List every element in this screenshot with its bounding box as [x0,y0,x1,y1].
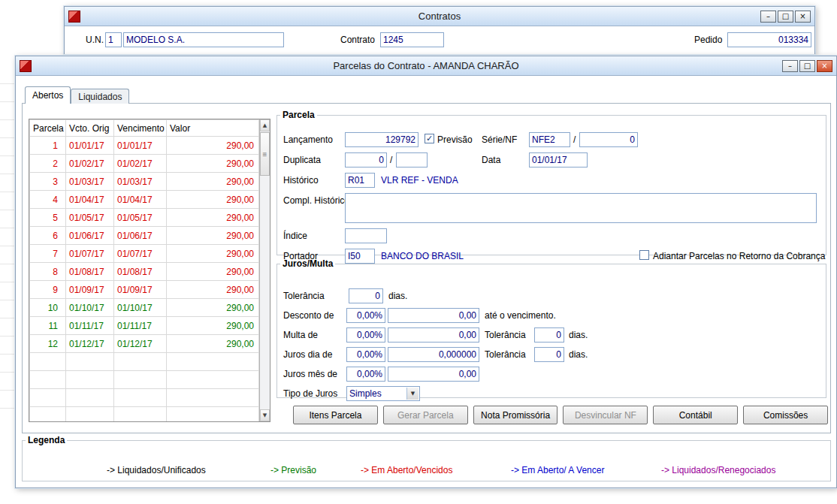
table-row[interactable]: 401/04/1701/04/17290,00 [30,191,259,209]
table-row[interactable]: 701/07/1701/07/17290,00 [30,245,259,263]
pedido-field[interactable]: 013334 [727,32,811,47]
table-cell[interactable]: 9 [30,281,66,299]
table-cell[interactable]: 290,00 [167,335,259,353]
contabil-button[interactable]: Contábil [653,406,738,424]
table-cell[interactable]: 290,00 [167,299,259,317]
duplicata-field[interactable]: 0 [345,152,387,167]
duplicata-seq-field[interactable] [396,152,428,167]
table-cell[interactable]: 7 [30,245,66,263]
table-cell[interactable]: 290,00 [167,155,259,173]
data-field[interactable]: 01/01/17 [529,152,588,167]
contratos-titlebar[interactable]: Contratos – □ × [65,7,814,26]
table-cell[interactable]: 6 [30,227,66,245]
table-cell[interactable]: 290,00 [167,317,259,335]
juros-mes-value-field[interactable]: 0,00 [388,367,479,382]
table-cell[interactable]: 01/08/17 [114,263,167,281]
juros-mes-pct-field[interactable]: 0,00% [346,367,385,382]
scroll-down-icon[interactable]: ▼ [260,409,270,421]
table-row[interactable]: 601/06/1701/06/17290,00 [30,227,259,245]
itens-parcela-button[interactable]: Itens Parcela [293,406,378,424]
table-cell[interactable]: 01/05/17 [66,209,114,227]
table-cell[interactable]: 01/02/17 [114,155,167,173]
contrato-field[interactable]: 1245 [380,32,444,47]
table-cell[interactable]: 11 [30,317,66,335]
juros-dia-tolerancia-field[interactable]: 0 [534,347,564,362]
close-icon[interactable]: × [795,11,811,23]
parcelas-titlebar[interactable]: Parcelas do Contrato - AMANDA CHARÃO – □… [16,56,836,76]
table-cell[interactable]: 290,00 [167,191,259,209]
table-cell[interactable]: 01/08/17 [66,263,114,281]
table-cell[interactable]: 01/12/17 [114,335,167,353]
compl-historico-field[interactable] [345,193,817,223]
table-row[interactable]: 1001/10/1701/10/17290,00 [30,299,259,317]
table-cell[interactable]: 290,00 [167,227,259,245]
table-cell[interactable]: 01/10/17 [66,299,114,317]
table-row[interactable]: 501/05/1701/05/17290,00 [30,209,259,227]
maximize-icon[interactable]: □ [778,11,793,23]
table-cell[interactable]: 12 [30,335,66,353]
table-row[interactable]: 801/08/1701/08/17290,00 [30,263,259,281]
tipo-juros-select[interactable]: Simples ▼ [346,386,420,401]
table-cell[interactable]: 2 [30,155,66,173]
table-cell[interactable]: 01/03/17 [114,173,167,191]
nota-promissoria-button[interactable]: Nota Promissória [473,406,558,424]
table-cell[interactable]: 01/07/17 [114,245,167,263]
previsao-checkbox[interactable]: ✓ [425,134,434,143]
tab-liquidados[interactable]: Liquidados [71,89,129,104]
table-row[interactable]: 1201/12/1701/12/17290,00 [30,335,259,353]
table-cell[interactable]: 290,00 [167,173,259,191]
un-name-field[interactable]: MODELO S.A. [123,32,284,47]
table-cell[interactable]: 5 [30,209,66,227]
table-cell[interactable]: 4 [30,191,66,209]
table-row[interactable]: 101/01/1701/01/17290,00 [30,137,259,155]
table-cell[interactable]: 01/09/17 [114,281,167,299]
vertical-scrollbar[interactable]: ▲ ≡ ▼ [259,119,270,421]
juros-dia-pct-field[interactable]: 0,00% [346,347,385,362]
minimize-icon[interactable]: – [782,60,798,72]
table-cell[interactable]: 01/01/17 [66,137,114,155]
table-row[interactable]: 1101/11/1701/11/17290,00 [30,317,259,335]
table-row[interactable]: 901/09/1701/09/17290,00 [30,281,259,299]
table-cell[interactable]: 290,00 [167,263,259,281]
indice-field[interactable] [345,228,387,243]
table-cell[interactable]: 01/07/17 [66,245,114,263]
close-icon[interactable]: × [817,60,832,72]
table-cell[interactable]: 01/01/17 [114,137,167,155]
lancamento-field[interactable]: 129792 [345,132,418,147]
historico-code-field[interactable]: R01 [345,173,375,188]
table-cell[interactable]: 290,00 [167,137,259,155]
table-cell[interactable]: 01/02/17 [66,155,114,173]
table-cell[interactable]: 01/03/17 [66,173,114,191]
multa-tolerancia-field[interactable]: 0 [534,327,564,343]
scrollbar-thumb[interactable]: ≡ [260,132,270,176]
table-cell[interactable]: 8 [30,263,66,281]
desvincular-nf-button[interactable]: Desvincular NF [563,406,648,424]
table-row[interactable]: 201/02/1701/02/17290,00 [30,155,259,173]
desconto-pct-field[interactable]: 0,00% [346,308,385,323]
table-cell[interactable]: 01/04/17 [114,191,167,209]
multa-pct-field[interactable]: 0,00% [346,327,385,343]
desconto-value-field[interactable]: 0,00 [388,308,479,323]
maximize-icon[interactable]: □ [799,60,815,72]
table-cell[interactable]: 290,00 [167,281,259,299]
gerar-parcela-button[interactable]: Gerar Parcela [383,406,468,424]
tolerancia-field[interactable]: 0 [349,288,383,303]
table-cell[interactable]: 01/04/17 [66,191,114,209]
table-cell[interactable]: 01/11/17 [66,317,114,335]
table-cell[interactable]: 10 [30,299,66,317]
scroll-up-icon[interactable]: ▲ [260,119,270,131]
table-cell[interactable]: 01/11/17 [114,317,167,335]
comissoes-button[interactable]: Comissões [743,406,828,424]
table-cell[interactable]: 01/09/17 [66,281,114,299]
table-row[interactable]: 301/03/1701/03/17290,00 [30,173,259,191]
table-cell[interactable]: 01/10/17 [114,299,167,317]
scrollbar-track[interactable] [260,177,270,409]
serie-field[interactable]: NFE2 [529,132,570,147]
table-cell[interactable]: 1 [30,137,66,155]
table-cell[interactable]: 01/05/17 [114,209,167,227]
table-cell[interactable]: 290,00 [167,245,259,263]
multa-value-field[interactable]: 0,00 [388,327,479,343]
tab-abertos[interactable]: Abertos [25,86,71,104]
un-code-field[interactable]: 1 [105,32,122,47]
table-cell[interactable]: 01/06/17 [114,227,167,245]
